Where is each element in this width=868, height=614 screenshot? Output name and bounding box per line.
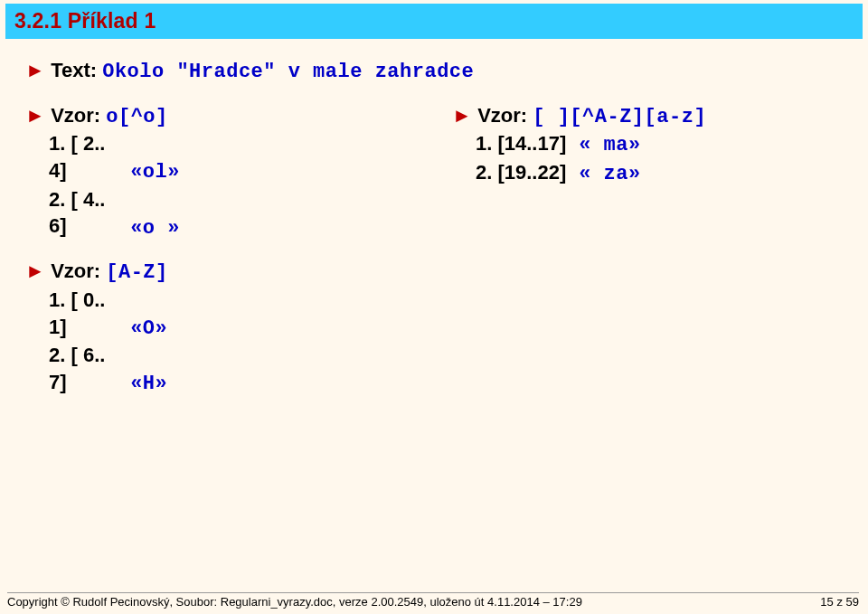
pattern-block-1: ► Vzor: o[^o] 1. [ 2.. 4] «ol» 2. [ 4.. …	[25, 102, 416, 241]
result-line: 1. [14..17] « ma»	[476, 130, 854, 159]
text-value: Okolo "Hradce" v male zahradce	[102, 61, 474, 83]
bullet-icon: ►	[25, 102, 45, 129]
result-value: «H»	[130, 373, 167, 395]
result-line: 2. [ 4.. 6] «o »	[49, 186, 416, 241]
result-index: 1. [14..17]	[476, 130, 573, 157]
vzor-label: Vzor:	[51, 104, 100, 127]
result-line: 1. [ 0.. 1] «O»	[49, 287, 416, 342]
slide-page: { "heading": "3.2.1 Příklad 1", "text_la…	[0, 0, 868, 614]
text-label: Text:	[51, 59, 97, 81]
vzor-label: Vzor:	[477, 104, 527, 127]
result-index: 2. [ 6.. 7]	[49, 342, 125, 395]
result-value: « za»	[579, 163, 641, 185]
bullet-icon: ►	[452, 102, 472, 129]
right-column: ► Vzor: [ ][^A-Z][a-z] 1. [14..17] « ma»…	[452, 102, 854, 414]
pattern-block-2: ► Vzor: [A-Z] 1. [ 0.. 1] «O» 2. [ 6.. 7…	[25, 258, 416, 397]
result-value: « ma»	[579, 134, 641, 156]
left-column: ► Vzor: o[^o] 1. [ 2.. 4] «ol» 2. [ 4.. …	[25, 102, 416, 414]
result-line: 2. [19..22] « za»	[476, 159, 854, 188]
result-index: 2. [19..22]	[476, 159, 573, 186]
columns: ► Vzor: o[^o] 1. [ 2.. 4] «ol» 2. [ 4.. …	[25, 102, 854, 414]
pattern-block-3: ► Vzor: [ ][^A-Z][a-z] 1. [14..17] « ma»…	[452, 102, 854, 188]
result-value: «O»	[130, 317, 167, 340]
text-entry: ► Text: Okolo "Hradce" v male zahradce	[25, 57, 854, 86]
result-value: «o »	[130, 216, 180, 239]
result-index: 1. [ 0.. 1]	[49, 287, 125, 340]
result-value: «ol»	[130, 161, 180, 184]
result-index: 2. [ 4.. 6]	[49, 186, 125, 240]
footer-left: Copyright © Rudolf Pecinovský, Soubor: R…	[7, 595, 582, 609]
section-heading: 3.2.1 Příklad 1	[5, 4, 863, 39]
vzor-value: [A-Z]	[106, 261, 168, 284]
result-index: 1. [ 2.. 4]	[49, 130, 125, 184]
vzor-value: o[^o]	[106, 106, 168, 128]
slide-body: ► Text: Okolo "Hradce" v male zahradce ►…	[5, 39, 863, 414]
vzor-value: [ ][^A-Z][a-z]	[533, 106, 706, 128]
bullet-icon: ►	[25, 258, 45, 285]
bullet-icon: ►	[25, 57, 45, 84]
result-line: 1. [ 2.. 4] «ol»	[49, 130, 416, 185]
result-line: 2. [ 6.. 7] «H»	[49, 342, 416, 397]
vzor-label: Vzor:	[51, 260, 100, 282]
footer: Copyright © Rudolf Pecinovský, Soubor: R…	[7, 592, 859, 609]
footer-right: 15 z 59	[820, 595, 859, 609]
